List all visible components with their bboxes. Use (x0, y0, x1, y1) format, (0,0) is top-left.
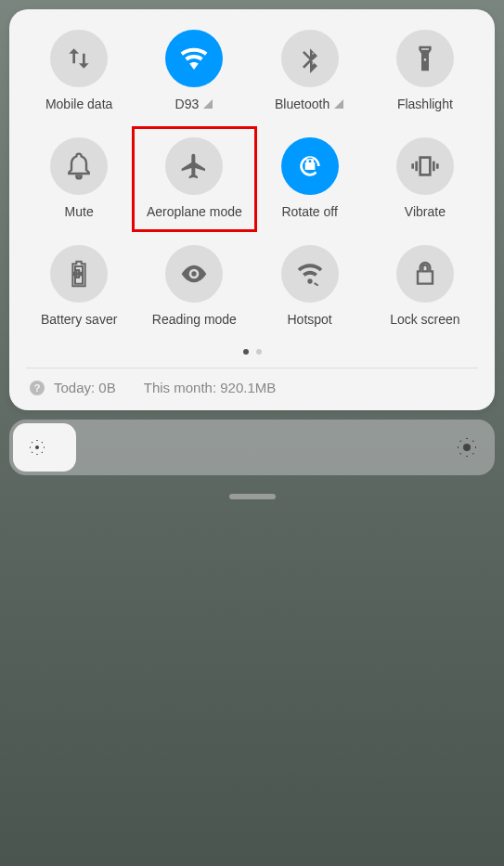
tile-label: Bluetooth (275, 97, 344, 111)
vibrate-tile[interactable]: Vibrate (372, 137, 478, 219)
airplane-icon (165, 137, 223, 195)
hotspot-tile[interactable]: Hotspot (257, 245, 363, 327)
page-indicator (26, 349, 478, 355)
bell-icon (50, 137, 108, 195)
vibrate-icon (396, 137, 454, 195)
today-usage: Today: 0B (54, 380, 116, 395)
data-usage-row[interactable]: ? Today: 0B This month: 920.1MB (26, 380, 478, 395)
wifi-icon (165, 30, 223, 87)
tile-label: Hotspot (288, 312, 332, 327)
tile-label: Rotate off (281, 204, 337, 219)
aeroplane-mode-tile[interactable]: Aeroplane mode (141, 137, 247, 219)
brightness-low-icon (26, 436, 48, 459)
mute-tile[interactable]: Mute (26, 137, 132, 219)
tile-label: Aeroplane mode (147, 204, 242, 219)
tile-label: Mobile data (45, 97, 112, 111)
flashlight-icon (396, 30, 454, 87)
tile-label: Flashlight (397, 97, 453, 111)
brightness-high-icon (456, 436, 478, 459)
battery-saver-tile[interactable]: Battery saver (26, 245, 132, 327)
tile-label: D93 (175, 97, 214, 111)
tiles-grid: Mobile data D93 Bluetooth Flas (26, 30, 478, 327)
divider (26, 368, 478, 368)
info-icon: ? (30, 381, 45, 395)
eye-icon (165, 245, 223, 303)
rotate-tile[interactable]: Rotate off (257, 137, 363, 219)
quick-settings-panel: Mobile data D93 Bluetooth Flas (9, 9, 495, 410)
page-dot (243, 349, 249, 355)
month-usage: This month: 920.1MB (144, 380, 277, 395)
signal-icon (202, 98, 213, 110)
mobile-data-icon (50, 30, 108, 87)
rotate-lock-icon (281, 137, 339, 195)
hotspot-icon (281, 245, 339, 303)
flashlight-tile[interactable]: Flashlight (372, 30, 478, 111)
battery-icon (50, 245, 108, 303)
mobile-data-tile[interactable]: Mobile data (26, 30, 132, 111)
bluetooth-icon (281, 30, 339, 87)
bluetooth-tile[interactable]: Bluetooth (257, 30, 363, 111)
tile-label: Vibrate (405, 204, 446, 219)
signal-icon (333, 98, 344, 110)
svg-point-1 (463, 444, 471, 451)
svg-point-0 (35, 446, 39, 449)
lock-icon (396, 245, 454, 303)
drag-handle[interactable] (229, 494, 276, 499)
reading-mode-tile[interactable]: Reading mode (141, 245, 247, 327)
wifi-tile[interactable]: D93 (141, 30, 247, 111)
tile-label: Lock screen (390, 312, 459, 327)
brightness-slider[interactable] (9, 420, 495, 475)
tile-label: Reading mode (152, 312, 237, 327)
tile-label: Battery saver (41, 312, 117, 327)
lock-screen-tile[interactable]: Lock screen (372, 245, 478, 327)
tile-label: Mute (65, 204, 94, 219)
page-dot (256, 349, 262, 355)
